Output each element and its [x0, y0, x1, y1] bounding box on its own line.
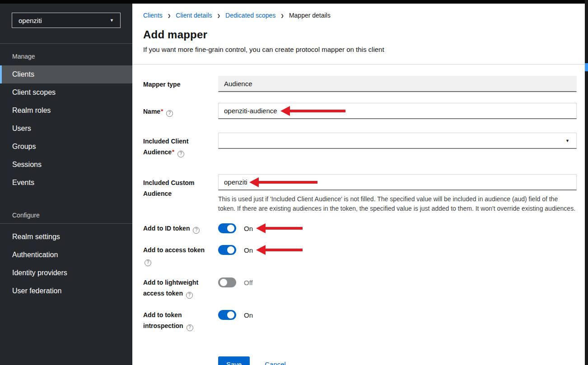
- add-to-lightweight-access-token-label: Add to lightweight access token ?: [143, 277, 218, 299]
- toggle-state-label: On: [244, 246, 253, 254]
- included-client-audience-row: Included Client Audience* ? ▼: [143, 133, 588, 157]
- sidebar-item-realm-settings[interactable]: Realm settings: [0, 228, 132, 246]
- configure-nav: Realm settings Authentication Identity p…: [0, 228, 132, 300]
- breadcrumb: Clients ❯ Client details ❯ Dedicated sco…: [143, 12, 577, 19]
- breadcrumb-separator-icon: ❯: [217, 13, 221, 18]
- realm-selector-value: openziti: [19, 17, 42, 24]
- realm-selector[interactable]: openziti ▼: [12, 13, 121, 28]
- add-to-token-introspection-label: Add to token introspection ?: [143, 310, 218, 331]
- breadcrumb-dedicated-scopes[interactable]: Dedicated scopes: [225, 12, 275, 19]
- cancel-button[interactable]: Cancel: [265, 360, 286, 365]
- add-to-access-token-toggle[interactable]: [218, 245, 236, 255]
- annotation-arrow: [290, 110, 345, 112]
- mapper-type-field: [218, 76, 577, 92]
- included-custom-audience-label: Included Custom Audience: [143, 174, 218, 213]
- annotation-arrow: [259, 181, 317, 184]
- add-to-lightweight-access-token-row: Add to lightweight access token ? Off: [143, 277, 588, 299]
- add-to-access-token-label: Add to access token ?: [143, 245, 218, 266]
- name-label: Name* ?: [143, 103, 218, 119]
- main-content: Clients ❯ Client details ❯ Dedicated sco…: [132, 4, 588, 365]
- page-header: Clients ❯ Client details ❯ Dedicated sco…: [132, 4, 588, 65]
- sidebar-item-sessions[interactable]: Sessions: [0, 156, 132, 174]
- toggle-knob: [227, 246, 234, 254]
- add-to-id-token-label: Add to ID token ?: [143, 223, 218, 234]
- app-layout: openziti ▼ Manage Clients Client scopes …: [0, 4, 588, 365]
- sidebar-item-user-federation[interactable]: User federation: [0, 282, 132, 300]
- toggle-knob: [220, 279, 227, 286]
- required-marker: *: [172, 148, 174, 155]
- add-to-id-token-toggle[interactable]: [218, 223, 236, 233]
- name-input[interactable]: [218, 103, 577, 119]
- included-custom-audience-row: Included Custom Audience This is used ju…: [143, 174, 588, 213]
- breadcrumb-client-details[interactable]: Client details: [176, 12, 212, 19]
- chevron-down-icon: ▼: [565, 139, 569, 143]
- add-to-token-introspection-toggle[interactable]: [218, 310, 236, 320]
- sidebar-item-events[interactable]: Events: [0, 174, 132, 192]
- sidebar-item-authentication[interactable]: Authentication: [0, 246, 132, 264]
- name-row: Name* ?: [143, 103, 588, 119]
- sidebar-item-client-scopes[interactable]: Client scopes: [0, 83, 132, 102]
- help-icon[interactable]: ?: [186, 292, 193, 299]
- breadcrumb-mapper-details: Mapper details: [289, 12, 331, 19]
- sidebar-item-realm-roles[interactable]: Realm roles: [0, 102, 132, 120]
- nav-section-configure: Configure: [0, 192, 132, 223]
- included-custom-audience-help: This is used just if 'Included Client Au…: [218, 194, 577, 213]
- included-client-audience-select[interactable]: ▼: [218, 133, 577, 149]
- sidebar-item-identity-providers[interactable]: Identity providers: [0, 264, 132, 282]
- sidebar-divider: [0, 223, 132, 224]
- mapper-type-label: Mapper type: [143, 76, 218, 92]
- scrollbar-thumb[interactable]: [585, 63, 588, 71]
- sidebar-item-clients[interactable]: Clients: [0, 65, 132, 83]
- toggle-state-label: On: [244, 225, 253, 232]
- sidebar-item-groups[interactable]: Groups: [0, 138, 132, 156]
- page-subtitle: If you want more fine-grain control, you…: [143, 46, 577, 53]
- annotation-arrow: [266, 249, 303, 251]
- toggle-knob: [227, 225, 234, 232]
- help-icon[interactable]: ?: [193, 227, 200, 234]
- toggle-knob: [227, 311, 234, 319]
- help-icon[interactable]: ?: [166, 110, 173, 117]
- chevron-down-icon: ▼: [110, 18, 114, 23]
- required-marker: *: [160, 108, 163, 115]
- form-actions: Save Cancel: [218, 356, 577, 365]
- add-to-access-token-row: Add to access token ? On: [143, 245, 588, 266]
- page-title: Add mapper: [143, 28, 577, 41]
- breadcrumb-separator-icon: ❯: [280, 13, 284, 18]
- manage-nav: Clients Client scopes Realm roles Users …: [0, 65, 132, 192]
- save-button[interactable]: Save: [218, 356, 250, 365]
- mapper-type-row: Mapper type: [143, 76, 588, 92]
- page-scrollbar[interactable]: [585, 0, 588, 365]
- breadcrumb-clients[interactable]: Clients: [143, 12, 163, 19]
- add-to-token-introspection-row: Add to token introspection ? On: [143, 310, 588, 331]
- help-icon[interactable]: ?: [187, 324, 193, 331]
- sidebar: openziti ▼ Manage Clients Client scopes …: [0, 4, 132, 365]
- masthead: [0, 0, 588, 4]
- add-to-id-token-row: Add to ID token ? On: [143, 223, 588, 234]
- add-to-lightweight-access-token-toggle[interactable]: [218, 277, 236, 287]
- help-icon[interactable]: ?: [177, 151, 184, 157]
- toggle-state-label: Off: [244, 279, 253, 286]
- toggle-state-label: On: [244, 311, 253, 319]
- add-mapper-form: Mapper type Name* ? I: [132, 65, 588, 365]
- breadcrumb-separator-icon: ❯: [168, 13, 171, 18]
- nav-section-manage: Manage: [0, 44, 132, 65]
- included-client-audience-label: Included Client Audience* ?: [143, 133, 218, 157]
- annotation-arrow: [266, 227, 303, 230]
- sidebar-item-users[interactable]: Users: [0, 120, 132, 138]
- help-icon[interactable]: ?: [145, 259, 151, 266]
